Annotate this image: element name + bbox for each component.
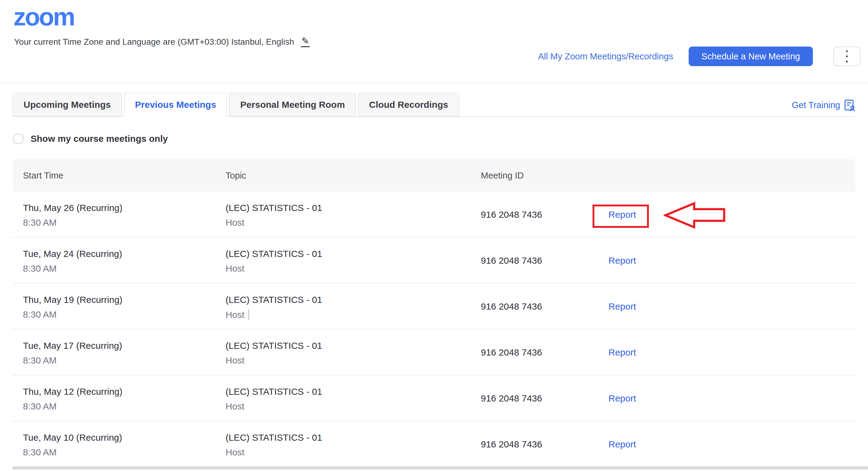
meeting-time: 8:30 AM (23, 355, 57, 366)
meeting-date: Thu, May 26 (Recurring) (23, 203, 122, 213)
header-actions: All My Zoom Meetings/Recordings Schedule… (538, 47, 861, 66)
meeting-time: 8:30 AM (23, 401, 57, 412)
tab-cloud-recordings[interactable]: Cloud Recordings (358, 93, 459, 116)
vertical-dots-icon (846, 50, 848, 62)
get-training-label: Get Training (792, 100, 840, 110)
meeting-id: 916 2048 7436 (481, 256, 542, 266)
meeting-role: Host (225, 217, 245, 228)
table-row: Tue, May 17 (Recurring) 8:30 AM (LEC) ST… (12, 329, 856, 376)
meeting-id: 916 2048 7436 (481, 301, 542, 312)
meeting-role: Host (225, 263, 245, 274)
timezone-line: Your current Time Zone and Language are … (14, 36, 310, 48)
meeting-time: 8:30 AM (23, 447, 57, 458)
report-link[interactable]: Report (609, 209, 636, 220)
column-start-time: Start Time (23, 159, 63, 192)
report-link[interactable]: Report (609, 347, 636, 358)
meeting-topic: (LEC) STATISTICS - 01 (225, 203, 322, 213)
meeting-date: Thu, May 12 (Recurring) (23, 386, 122, 397)
meeting-id: 916 2048 7436 (481, 393, 542, 404)
previous-meetings-table: Start Time Topic Meeting ID Thu, May 26 … (12, 159, 856, 467)
report-link[interactable]: Report (609, 439, 636, 449)
schedule-new-meeting-button[interactable]: Schedule a New Meeting (689, 47, 813, 66)
column-meeting-id: Meeting ID (481, 159, 524, 192)
report-link[interactable]: Report (609, 256, 636, 266)
get-training-link[interactable]: Get Training (792, 93, 856, 117)
table-row: Thu, May 12 (Recurring) 8:30 AM (LEC) ST… (12, 376, 856, 421)
meeting-date: Tue, May 24 (Recurring) (23, 249, 122, 259)
course-meetings-filter: Show my course meetings only (13, 134, 868, 144)
zoom-logo[interactable]: zoom (13, 2, 74, 31)
meeting-role: Host (225, 355, 245, 366)
table-row: Thu, May 26 (Recurring) 8:30 AM (LEC) ST… (12, 192, 856, 238)
meeting-date: Tue, May 17 (Recurring) (23, 341, 122, 351)
zoom-previous-meetings-page: zoom Your current Time Zone and Language… (0, 0, 868, 471)
bottom-divider-bar (12, 466, 868, 469)
page-header: zoom Your current Time Zone and Language… (0, 0, 868, 83)
meeting-topic: (LEC) STATISTICS - 01 (225, 295, 322, 305)
meeting-time: 8:30 AM (23, 309, 57, 320)
meetings-tab-bar: Upcoming Meetings Previous Meetings Pers… (12, 93, 856, 117)
table-row: Tue, May 10 (Recurring) 8:30 AM (LEC) ST… (12, 421, 856, 467)
column-topic: Topic (225, 159, 246, 192)
text-cursor (248, 309, 249, 320)
meeting-topic: (LEC) STATISTICS - 01 (225, 341, 322, 351)
meeting-date: Tue, May 10 (Recurring) (23, 433, 122, 443)
meeting-id: 916 2048 7436 (481, 347, 542, 358)
table-row: Thu, May 19 (Recurring) 8:30 AM (LEC) ST… (12, 284, 856, 329)
meeting-topic: (LEC) STATISTICS - 01 (225, 433, 322, 443)
meeting-date: Thu, May 19 (Recurring) (23, 295, 122, 305)
tab-personal-meeting-room[interactable]: Personal Meeting Room (229, 93, 356, 116)
meeting-topic: (LEC) STATISTICS - 01 (225, 249, 322, 259)
tab-previous-meetings[interactable]: Previous Meetings (124, 93, 227, 117)
report-link[interactable]: Report (609, 393, 636, 404)
report-link[interactable]: Report (609, 301, 636, 312)
tab-upcoming-meetings[interactable]: Upcoming Meetings (12, 93, 122, 116)
course-meetings-label: Show my course meetings only (31, 134, 168, 144)
meeting-role: Host (225, 309, 249, 320)
edit-timezone-icon[interactable]: ✎ (301, 35, 310, 47)
meeting-time: 8:30 AM (23, 263, 57, 274)
training-document-icon (844, 99, 856, 111)
more-options-button[interactable] (833, 47, 861, 66)
meeting-topic: (LEC) STATISTICS - 01 (225, 386, 322, 397)
meeting-role: Host (225, 401, 245, 412)
meeting-time: 8:30 AM (23, 217, 57, 228)
all-meetings-recordings-link[interactable]: All My Zoom Meetings/Recordings (538, 52, 673, 62)
course-meetings-checkbox[interactable] (13, 134, 23, 144)
meeting-id: 916 2048 7436 (481, 209, 542, 220)
meeting-role: Host (225, 447, 245, 458)
meeting-id: 916 2048 7436 (481, 439, 542, 449)
table-header: Start Time Topic Meeting ID (12, 159, 856, 192)
timezone-text: Your current Time Zone and Language are … (14, 37, 294, 47)
table-row: Tue, May 24 (Recurring) 8:30 AM (LEC) ST… (12, 238, 856, 284)
